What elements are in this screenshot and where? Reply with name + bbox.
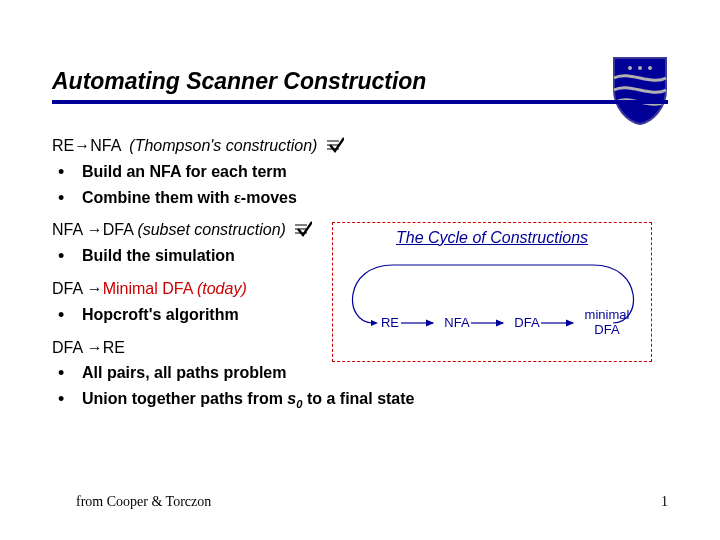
checkmark-icon bbox=[326, 137, 344, 153]
page-title: Automating Scanner Construction bbox=[52, 68, 426, 95]
diagram-node-dfa: DFA bbox=[509, 315, 545, 330]
sec0-lhs: RE bbox=[52, 137, 74, 154]
diagram-node-re: RE bbox=[375, 315, 405, 330]
logo-shield bbox=[612, 56, 668, 126]
sec1-rhs: DFA bbox=[103, 221, 133, 238]
sec0-rhs: NFA bbox=[90, 137, 120, 154]
list-item: Combine them with ε-moves bbox=[52, 188, 668, 209]
list-item: All pairs, all paths problem bbox=[52, 363, 668, 384]
diagram-title: The Cycle of Constructions bbox=[333, 229, 651, 247]
checkmark-icon bbox=[294, 221, 312, 237]
diagram-node-mindfa: minimal DFA bbox=[577, 307, 637, 337]
sec2-paren: (today) bbox=[197, 280, 247, 297]
sec2-lhs: DFA bbox=[52, 280, 87, 297]
section-re-nfa: RE→NFA (Thompson's construction) Build a… bbox=[52, 136, 668, 208]
sec3-rhs: RE bbox=[103, 339, 125, 356]
sec1-lhs: NFA bbox=[52, 221, 87, 238]
sec3-lhs: DFA bbox=[52, 339, 87, 356]
diagram-node-nfa: NFA bbox=[439, 315, 475, 330]
cycle-diagram-svg bbox=[333, 251, 653, 356]
sec2-rhs: Minimal DFA bbox=[103, 280, 193, 297]
sec0-paren: (Thompson's construction) bbox=[129, 137, 317, 154]
svg-point-0 bbox=[638, 66, 642, 70]
list-item: Union together paths from s0 to a final … bbox=[52, 389, 668, 412]
svg-point-2 bbox=[648, 66, 652, 70]
cycle-diagram: The Cycle of Constructions RE NFA DFA mi… bbox=[332, 222, 652, 362]
footer-source: from Cooper & Torczon bbox=[76, 494, 211, 510]
svg-point-1 bbox=[628, 66, 632, 70]
list-item: Build an NFA for each term bbox=[52, 162, 668, 183]
footer-pagenumber: 1 bbox=[661, 494, 668, 510]
sec1-paren: (subset construction) bbox=[137, 221, 286, 238]
title-underline bbox=[52, 100, 668, 104]
